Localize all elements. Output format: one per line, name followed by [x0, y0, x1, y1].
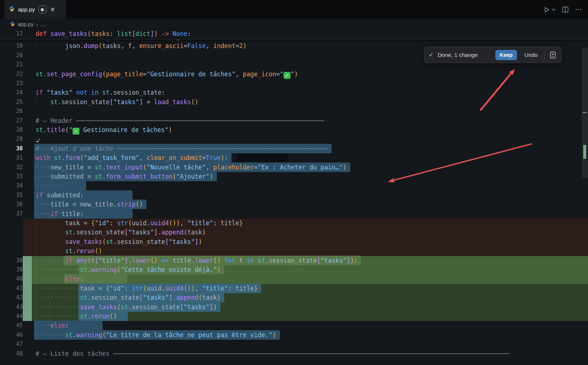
added-text-highlight: else:: [64, 274, 127, 284]
diff-file-icon[interactable]: [549, 51, 557, 59]
code-viewport[interactable]: 18 with open(TASKS_FILE, "w", encoding="…: [0, 19, 588, 365]
close-tab-icon[interactable]: ✕: [50, 7, 55, 13]
diff-added-gutter-band: [23, 256, 32, 265]
code-line[interactable]: 28st.title("✓ Gestionnaire de tâches"): [0, 125, 588, 135]
code-line[interactable]: 27# — Header ───────────────────────────…: [0, 116, 588, 125]
line-number: [0, 237, 23, 247]
editor-pane[interactable]: app.py › … 18 with open(TASKS_FILE, "w",…: [0, 19, 588, 365]
indent-guide: [36, 293, 36, 302]
line-number: 48: [0, 349, 23, 358]
more-actions-icon[interactable]: [575, 6, 582, 13]
tab-app-py[interactable]: app.py ✕: [4, 0, 66, 19]
code-line[interactable]: 31with st.form("add_task_form", clear_on…: [0, 153, 588, 163]
line-number: 43: [0, 303, 23, 312]
line-number: [0, 228, 23, 237]
line-number: 33: [0, 172, 23, 181]
indent-guide: [36, 321, 36, 330]
indent-guide: [36, 209, 36, 219]
editor-actions: [543, 0, 582, 19]
code-line[interactable]: 45····else:: [0, 321, 588, 330]
line-number: 47: [0, 340, 23, 349]
changed-text-highlight: ····else:: [34, 321, 103, 330]
keep-button[interactable]: Keep: [495, 50, 517, 60]
code-line[interactable]: 33····submitted = st.form_submit_button(…: [0, 172, 588, 181]
indent-guide: [36, 274, 36, 284]
line-number: 37: [0, 209, 23, 219]
indent-guide: [65, 293, 66, 302]
code-line[interactable]: 36····title = new_title.strip(): [0, 200, 588, 209]
code-line[interactable]: 30#·—·Ajout·d'une·tâche·────────────────…: [0, 144, 588, 153]
line-number: [0, 219, 23, 228]
overview-cursor-marker: [583, 112, 587, 113]
code-line[interactable]: 24if "tasks" not in st.session_state:: [0, 88, 588, 97]
line-number: [0, 247, 23, 256]
indent-guide: [36, 312, 36, 321]
undo-button[interactable]: Undo: [522, 51, 540, 58]
code-line[interactable]: 37····if title:: [0, 209, 588, 219]
inline-diff-ghost-box: [237, 153, 288, 162]
line-number: 28: [0, 125, 23, 135]
tab-bar: app.py ✕: [0, 0, 588, 19]
code-line[interactable]: 26: [0, 107, 588, 116]
line-number: 23: [0, 79, 23, 88]
code-line-deleted[interactable]: st.rerun(): [0, 247, 588, 256]
tab-title: app.py: [18, 6, 35, 13]
code-line-deleted[interactable]: task = {"id": str(uuid.uuid4()), "title"…: [0, 219, 588, 228]
overview-added-marker: [583, 145, 586, 159]
indent-guide: [36, 41, 36, 51]
code-line-deleted[interactable]: save_tasks(st.session_state["tasks"]): [0, 237, 588, 247]
vscode-window: app.py ✕ app.py › … 18 wi: [0, 0, 588, 365]
line-number: 24: [0, 88, 23, 97]
code-line-added[interactable]: 42············st.session_state["tasks"].…: [0, 293, 588, 302]
code-line-deleted[interactable]: st.session_state["tasks"].append(task): [0, 228, 588, 237]
diff-added-gutter-band: [23, 265, 32, 274]
code-line-added[interactable]: 40········else:: [0, 274, 588, 284]
code-line[interactable]: 35if submitted:: [0, 191, 588, 200]
line-number: 45: [0, 321, 23, 330]
line-number: 22: [0, 70, 23, 79]
changed-text-highlight: ········: [34, 181, 86, 190]
code-line[interactable]: 46········st.warning("Le titre de la tâc…: [0, 331, 588, 340]
indent-guide: [65, 312, 66, 321]
edit-status-text: Done, 1 change: [437, 52, 477, 58]
code-line[interactable]: 32····new_title = st.text_input("Nouvell…: [0, 163, 588, 172]
indent-guide: [36, 237, 36, 247]
indent-guide: [50, 219, 51, 228]
chevron-down-icon: [551, 7, 556, 12]
added-text-highlight: save_tasks(st.session_state["tasks"]): [78, 302, 221, 312]
indent-guide: [36, 247, 36, 256]
modified-indicator-icon: [38, 6, 47, 14]
code-line-added[interactable]: 44············st.rerun(): [0, 312, 588, 321]
indent-guide: [50, 274, 51, 284]
code-line-added[interactable]: 43············save_tasks(st.session_stat…: [0, 303, 588, 312]
widget-divider: [544, 51, 544, 59]
line-number: 17: [0, 29, 23, 39]
check-emoji: ✓: [73, 128, 79, 135]
code-line[interactable]: 34········: [0, 181, 588, 190]
run-icon[interactable]: [543, 6, 556, 13]
code-line[interactable]: 48# — Liste des tâches ─────────────────…: [0, 349, 588, 358]
code-line[interactable]: 25 st.session_state["tasks"] = load_task…: [0, 98, 588, 107]
diff-added-gutter-band: [23, 293, 32, 302]
code-line[interactable]: 22st.set_page_config(page_title="Gestion…: [0, 70, 588, 79]
code-line[interactable]: 29✦✦: [0, 135, 588, 144]
sticky-scroll-line[interactable]: 17def save_tasks(tasks: list[dict]) -> N…: [0, 29, 588, 40]
line-number: 19: [0, 41, 23, 51]
code-line-added[interactable]: 41············task = {"id": str(uuid.uui…: [0, 284, 588, 293]
check-emoji: ✓: [284, 72, 291, 79]
line-number: 36: [0, 200, 23, 209]
indent-guide: [50, 237, 51, 247]
indent-guide: [36, 228, 36, 237]
line-number: 31: [0, 153, 23, 163]
indent-guide: [50, 41, 51, 51]
changed-text-highlight: #·—·Ajout·d'une·tâche·──────────────────…: [34, 144, 332, 153]
code-line[interactable]: 23: [0, 79, 588, 88]
code-line-added[interactable]: 38········if any(t["title"].lower() == t…: [0, 256, 588, 265]
indent-guide: [36, 219, 36, 228]
split-editor-icon[interactable]: [562, 6, 569, 13]
code-line[interactable]: 47: [0, 340, 588, 349]
indent-guide: [50, 265, 51, 274]
added-text-highlight: st.session_state["tasks"].append(task): [78, 293, 224, 302]
indent-guide: [65, 284, 66, 293]
code-line-added[interactable]: 39············st.warning("Cette tâche ex…: [0, 265, 588, 274]
